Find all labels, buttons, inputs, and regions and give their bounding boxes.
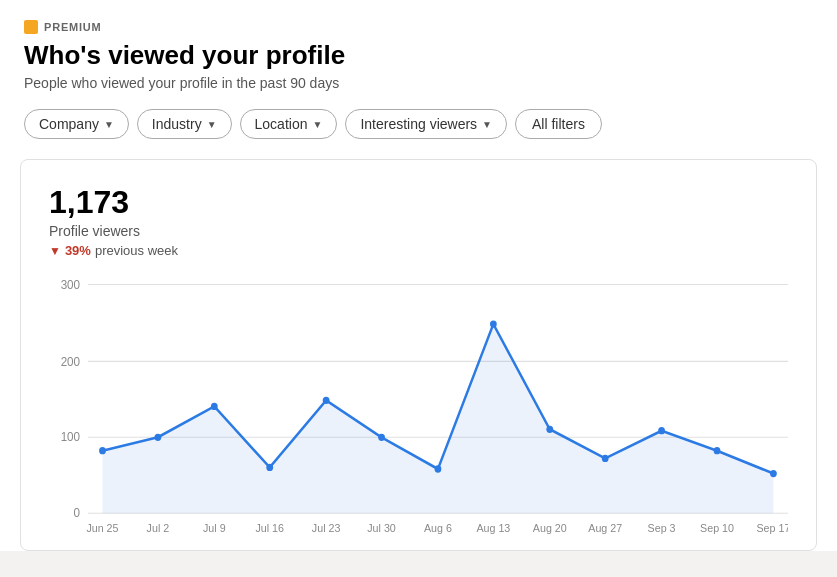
filter-all-filters[interactable]: All filters [515, 109, 602, 139]
filter-industry-label: Industry [152, 116, 202, 132]
filter-interesting-viewers-label: Interesting viewers [360, 116, 477, 132]
chart-card: 1,173 Profile viewers ▼ 39% previous wee… [20, 159, 817, 551]
chart-point [770, 470, 777, 477]
filter-company-label: Company [39, 116, 99, 132]
premium-icon [24, 20, 38, 34]
line-chart: 0 100 200 300 Jun 25 Jul 2 Jul 9 Jul 16 … [49, 274, 788, 534]
svg-text:Aug 6: Aug 6 [424, 522, 452, 534]
viewers-label: Profile viewers [49, 223, 788, 239]
chart-fill [102, 324, 773, 513]
svg-text:300: 300 [61, 277, 81, 291]
premium-text: PREMIUM [44, 21, 102, 33]
svg-text:Aug 13: Aug 13 [476, 522, 510, 534]
chevron-down-icon: ▼ [482, 119, 492, 130]
chart-point [546, 426, 553, 433]
svg-text:Jun 25: Jun 25 [86, 522, 118, 534]
chart-point [714, 447, 721, 454]
svg-text:Sep 17: Sep 17 [756, 522, 788, 534]
svg-text:Jul 9: Jul 9 [203, 522, 226, 534]
filter-location-label: Location [255, 116, 308, 132]
svg-text:Jul 2: Jul 2 [147, 522, 170, 534]
premium-badge: PREMIUM [24, 20, 813, 34]
chart-point [658, 427, 665, 434]
chart-point [602, 455, 609, 462]
viewers-count: 1,173 [49, 184, 788, 221]
filter-interesting-viewers[interactable]: Interesting viewers ▼ [345, 109, 507, 139]
svg-text:Sep 10: Sep 10 [700, 522, 734, 534]
svg-text:Aug 20: Aug 20 [533, 522, 567, 534]
chart-point [266, 464, 273, 471]
chart-point [323, 397, 330, 404]
svg-text:Aug 27: Aug 27 [588, 522, 622, 534]
filter-company[interactable]: Company ▼ [24, 109, 129, 139]
filter-location[interactable]: Location ▼ [240, 109, 338, 139]
chevron-down-icon: ▼ [104, 119, 114, 130]
change-desc: previous week [95, 243, 178, 258]
page-title: Who's viewed your profile [24, 40, 813, 71]
chart-point [155, 434, 162, 441]
chart-area: 0 100 200 300 Jun 25 Jul 2 Jul 9 Jul 16 … [49, 274, 788, 534]
svg-text:200: 200 [61, 354, 81, 368]
svg-text:Jul 16: Jul 16 [255, 522, 284, 534]
filter-all-filters-label: All filters [532, 116, 585, 132]
page-subtitle: People who viewed your profile in the pa… [24, 75, 813, 91]
svg-text:100: 100 [61, 430, 81, 444]
svg-text:Sep 3: Sep 3 [648, 522, 676, 534]
chart-point [435, 465, 442, 472]
chart-point [211, 403, 218, 410]
filters-row: Company ▼ Industry ▼ Location ▼ Interest… [24, 109, 813, 139]
change-row: ▼ 39% previous week [49, 243, 788, 258]
chart-point [490, 320, 497, 327]
down-arrow-icon: ▼ [49, 244, 61, 258]
chevron-down-icon: ▼ [207, 119, 217, 130]
chart-point [99, 447, 106, 454]
svg-text:Jul 30: Jul 30 [367, 522, 396, 534]
change-pct: 39% [65, 243, 91, 258]
svg-text:Jul 23: Jul 23 [312, 522, 341, 534]
svg-text:0: 0 [74, 506, 81, 520]
chevron-down-icon: ▼ [312, 119, 322, 130]
filter-industry[interactable]: Industry ▼ [137, 109, 232, 139]
page-container: PREMIUM Who's viewed your profile People… [0, 0, 837, 551]
chart-point [378, 434, 385, 441]
